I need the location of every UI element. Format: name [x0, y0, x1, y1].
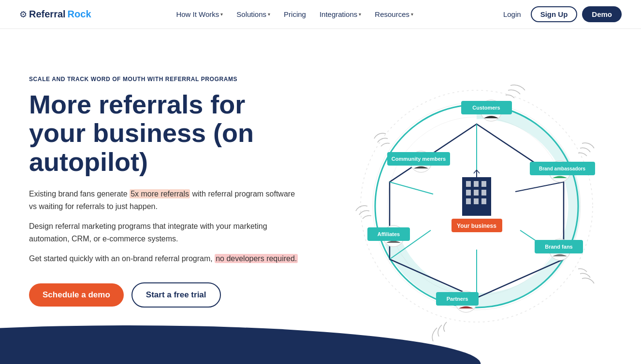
hero-section: SCALE AND TRACK WORD OF MOUTH WITH REFER…	[0, 29, 641, 364]
logo-text-referral: Referral	[29, 9, 66, 20]
nav-links: How It Works ▾ Solutions ▾ Pricing Integ…	[171, 7, 418, 21]
svg-rect-15	[481, 190, 486, 196]
svg-line-4	[515, 182, 564, 192]
svg-text:Your business: Your business	[457, 223, 496, 229]
hero-para-2: Design referral marketing programs that …	[29, 220, 300, 245]
chevron-down-icon: ▾	[220, 12, 223, 17]
hero-eyebrow: SCALE AND TRACK WORD OF MOUTH WITH REFER…	[29, 76, 300, 83]
svg-text:Partners: Partners	[447, 296, 468, 302]
login-link[interactable]: Login	[498, 7, 526, 21]
logo-gear-icon: ⚙	[19, 9, 27, 20]
svg-text:Community members: Community members	[392, 156, 446, 162]
hero-para-3: Get started quickly with an on-brand ref…	[29, 252, 300, 265]
highlight-no-dev: no developers required.	[215, 254, 298, 263]
chevron-down-icon: ▾	[359, 12, 361, 17]
hero-content: SCALE AND TRACK WORD OF MOUTH WITH REFER…	[29, 76, 300, 346]
chevron-down-icon: ▾	[268, 12, 270, 17]
hero-buttons: Schedule a demo Start a free trial	[29, 282, 300, 308]
svg-rect-11	[474, 181, 479, 187]
svg-text:Brand ambassadors: Brand ambassadors	[539, 166, 586, 171]
svg-rect-10	[466, 181, 471, 187]
hero-para-1: Existing brand fans generate 5x more ref…	[29, 188, 300, 212]
nav-item-how-it-works[interactable]: How It Works ▾	[171, 7, 228, 21]
svg-text:Affiliates: Affiliates	[378, 231, 400, 237]
referral-diagram-svg: Your business Customers Community member…	[341, 76, 612, 346]
chevron-down-icon: ▾	[411, 12, 413, 17]
nav-item-solutions[interactable]: Solutions ▾	[232, 7, 275, 21]
schedule-demo-button[interactable]: Schedule a demo	[29, 283, 124, 307]
hero-diagram: Your business Customers Community member…	[341, 76, 612, 346]
demo-button[interactable]: Demo	[582, 6, 622, 22]
svg-rect-13	[466, 190, 471, 196]
svg-rect-14	[474, 190, 479, 196]
nav-item-resources[interactable]: Resources ▾	[370, 7, 418, 21]
hero-title: More referrals for your business (on aut…	[29, 90, 300, 176]
svg-rect-12	[481, 181, 486, 187]
highlight-referrals: 5x more referrals	[130, 189, 190, 198]
start-trial-button[interactable]: Start a free trial	[131, 282, 221, 308]
nav-item-integrations[interactable]: Integrations ▾	[315, 7, 366, 21]
nav-item-pricing[interactable]: Pricing	[279, 7, 311, 21]
logo-text-rock: Rock	[68, 9, 91, 20]
svg-rect-16	[466, 198, 471, 204]
svg-rect-18	[481, 198, 486, 204]
navbar: ⚙ Referral Rock How It Works ▾ Solutions…	[0, 0, 641, 29]
svg-line-8	[390, 182, 433, 194]
svg-rect-17	[474, 198, 479, 204]
svg-text:Customers: Customers	[472, 105, 500, 111]
nav-actions: Login Sign Up Demo	[498, 6, 622, 22]
logo[interactable]: ⚙ Referral Rock	[19, 9, 91, 20]
svg-text:Brand fans: Brand fans	[545, 244, 572, 250]
signup-button[interactable]: Sign Up	[531, 6, 578, 22]
